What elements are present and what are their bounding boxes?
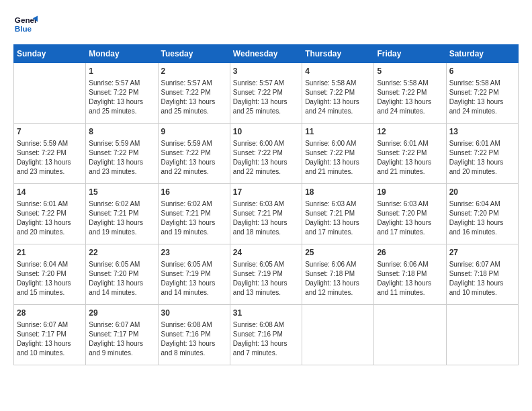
col-header-friday: Friday <box>374 45 446 63</box>
calendar-cell: 11Sunrise: 6:00 AM Sunset: 7:22 PM Dayli… <box>302 124 374 184</box>
calendar-cell: 30Sunrise: 6:08 AM Sunset: 7:16 PM Dayli… <box>158 305 230 365</box>
day-number: 5 <box>377 66 443 77</box>
calendar-cell: 16Sunrise: 6:02 AM Sunset: 7:21 PM Dayli… <box>158 184 230 244</box>
day-info: Sunrise: 6:02 AM Sunset: 7:21 PM Dayligh… <box>89 199 154 237</box>
col-header-saturday: Saturday <box>446 45 518 63</box>
calendar-cell <box>446 305 518 365</box>
day-info: Sunrise: 6:04 AM Sunset: 7:20 PM Dayligh… <box>449 199 515 237</box>
day-number: 21 <box>17 247 83 259</box>
calendar-cell: 12Sunrise: 6:01 AM Sunset: 7:22 PM Dayli… <box>374 124 446 184</box>
day-info: Sunrise: 6:01 AM Sunset: 7:22 PM Dayligh… <box>449 139 515 177</box>
day-number: 12 <box>377 126 443 138</box>
calendar-cell <box>374 305 446 365</box>
day-info: Sunrise: 6:00 AM Sunset: 7:22 PM Dayligh… <box>233 139 299 177</box>
logo-icon: General Blue <box>13 13 38 38</box>
calendar-cell: 26Sunrise: 6:06 AM Sunset: 7:18 PM Dayli… <box>374 244 446 305</box>
calendar-cell: 27Sunrise: 6:07 AM Sunset: 7:18 PM Dayli… <box>446 244 518 305</box>
calendar-cell: 15Sunrise: 6:02 AM Sunset: 7:21 PM Dayli… <box>86 184 158 244</box>
calendar-cell: 1Sunrise: 5:57 AM Sunset: 7:22 PM Daylig… <box>86 63 158 124</box>
day-info: Sunrise: 6:00 AM Sunset: 7:22 PM Dayligh… <box>305 139 371 177</box>
day-number: 24 <box>233 247 299 259</box>
day-number: 28 <box>17 308 83 319</box>
calendar-cell: 17Sunrise: 6:03 AM Sunset: 7:21 PM Dayli… <box>230 184 302 244</box>
day-number: 19 <box>377 187 443 198</box>
day-info: Sunrise: 6:08 AM Sunset: 7:16 PM Dayligh… <box>161 320 227 358</box>
day-info: Sunrise: 6:01 AM Sunset: 7:22 PM Dayligh… <box>377 139 443 177</box>
day-info: Sunrise: 5:59 AM Sunset: 7:22 PM Dayligh… <box>161 139 227 177</box>
calendar-table: SundayMondayTuesdayWednesdayThursdayFrid… <box>13 44 519 365</box>
svg-text:Blue: Blue <box>15 24 32 33</box>
calendar-cell: 8Sunrise: 5:59 AM Sunset: 7:22 PM Daylig… <box>86 124 158 184</box>
day-number: 13 <box>449 126 515 138</box>
day-number: 4 <box>305 66 371 77</box>
page-header: General Blue <box>13 13 519 38</box>
day-info: Sunrise: 5:58 AM Sunset: 7:22 PM Dayligh… <box>377 79 443 116</box>
calendar-cell: 3Sunrise: 5:57 AM Sunset: 7:22 PM Daylig… <box>230 63 302 124</box>
col-header-wednesday: Wednesday <box>230 45 302 63</box>
calendar-cell <box>14 63 86 124</box>
day-info: Sunrise: 6:05 AM Sunset: 7:20 PM Dayligh… <box>89 260 154 298</box>
day-number: 6 <box>449 66 515 77</box>
day-info: Sunrise: 6:03 AM Sunset: 7:20 PM Dayligh… <box>377 199 443 237</box>
calendar-cell: 22Sunrise: 6:05 AM Sunset: 7:20 PM Dayli… <box>86 244 158 305</box>
day-info: Sunrise: 5:58 AM Sunset: 7:22 PM Dayligh… <box>449 79 515 116</box>
calendar-cell: 24Sunrise: 6:05 AM Sunset: 7:19 PM Dayli… <box>230 244 302 305</box>
day-info: Sunrise: 5:59 AM Sunset: 7:22 PM Dayligh… <box>17 139 83 177</box>
day-number: 3 <box>233 66 299 77</box>
calendar-cell: 5Sunrise: 5:58 AM Sunset: 7:22 PM Daylig… <box>374 63 446 124</box>
day-number: 31 <box>233 308 299 319</box>
day-number: 1 <box>89 66 154 77</box>
day-number: 26 <box>377 247 443 259</box>
day-info: Sunrise: 6:07 AM Sunset: 7:18 PM Dayligh… <box>449 260 515 298</box>
day-info: Sunrise: 6:06 AM Sunset: 7:18 PM Dayligh… <box>305 260 371 298</box>
col-header-monday: Monday <box>86 45 158 63</box>
calendar-cell: 23Sunrise: 6:05 AM Sunset: 7:19 PM Dayli… <box>158 244 230 305</box>
calendar-cell: 31Sunrise: 6:08 AM Sunset: 7:16 PM Dayli… <box>230 305 302 365</box>
calendar-cell: 14Sunrise: 6:01 AM Sunset: 7:22 PM Dayli… <box>14 184 86 244</box>
day-info: Sunrise: 6:05 AM Sunset: 7:19 PM Dayligh… <box>161 260 227 298</box>
day-info: Sunrise: 6:05 AM Sunset: 7:19 PM Dayligh… <box>233 260 299 298</box>
day-number: 29 <box>89 308 154 319</box>
day-info: Sunrise: 6:07 AM Sunset: 7:17 PM Dayligh… <box>89 320 154 358</box>
svg-text:General: General <box>15 15 38 24</box>
day-number: 7 <box>17 126 83 138</box>
day-number: 22 <box>89 247 154 259</box>
calendar-cell: 9Sunrise: 5:59 AM Sunset: 7:22 PM Daylig… <box>158 124 230 184</box>
calendar-cell: 18Sunrise: 6:03 AM Sunset: 7:21 PM Dayli… <box>302 184 374 244</box>
day-info: Sunrise: 6:01 AM Sunset: 7:22 PM Dayligh… <box>17 199 83 237</box>
calendar-cell: 10Sunrise: 6:00 AM Sunset: 7:22 PM Dayli… <box>230 124 302 184</box>
col-header-sunday: Sunday <box>14 45 86 63</box>
day-number: 20 <box>449 187 515 198</box>
day-number: 9 <box>161 126 227 138</box>
day-number: 27 <box>449 247 515 259</box>
day-number: 17 <box>233 187 299 198</box>
day-info: Sunrise: 6:03 AM Sunset: 7:21 PM Dayligh… <box>233 199 299 237</box>
col-header-thursday: Thursday <box>302 45 374 63</box>
day-info: Sunrise: 5:58 AM Sunset: 7:22 PM Dayligh… <box>305 79 371 116</box>
day-info: Sunrise: 6:08 AM Sunset: 7:16 PM Dayligh… <box>233 320 299 358</box>
day-number: 14 <box>17 187 83 198</box>
day-number: 30 <box>161 308 227 319</box>
calendar-cell: 20Sunrise: 6:04 AM Sunset: 7:20 PM Dayli… <box>446 184 518 244</box>
calendar-cell: 28Sunrise: 6:07 AM Sunset: 7:17 PM Dayli… <box>14 305 86 365</box>
day-number: 16 <box>161 187 227 198</box>
day-number: 8 <box>89 126 154 138</box>
calendar-cell: 25Sunrise: 6:06 AM Sunset: 7:18 PM Dayli… <box>302 244 374 305</box>
calendar-cell <box>302 305 374 365</box>
day-info: Sunrise: 6:03 AM Sunset: 7:21 PM Dayligh… <box>305 199 371 237</box>
day-number: 15 <box>89 187 154 198</box>
day-number: 11 <box>305 126 371 138</box>
col-header-tuesday: Tuesday <box>158 45 230 63</box>
day-info: Sunrise: 5:57 AM Sunset: 7:22 PM Dayligh… <box>161 79 227 116</box>
day-info: Sunrise: 6:02 AM Sunset: 7:21 PM Dayligh… <box>161 199 227 237</box>
logo: General Blue <box>13 13 38 38</box>
calendar-cell: 19Sunrise: 6:03 AM Sunset: 7:20 PM Dayli… <box>374 184 446 244</box>
calendar-cell: 21Sunrise: 6:04 AM Sunset: 7:20 PM Dayli… <box>14 244 86 305</box>
day-number: 25 <box>305 247 371 259</box>
day-number: 23 <box>161 247 227 259</box>
calendar-cell: 29Sunrise: 6:07 AM Sunset: 7:17 PM Dayli… <box>86 305 158 365</box>
day-info: Sunrise: 5:59 AM Sunset: 7:22 PM Dayligh… <box>89 139 154 177</box>
day-number: 2 <box>161 66 227 77</box>
day-number: 10 <box>233 126 299 138</box>
calendar-cell: 2Sunrise: 5:57 AM Sunset: 7:22 PM Daylig… <box>158 63 230 124</box>
